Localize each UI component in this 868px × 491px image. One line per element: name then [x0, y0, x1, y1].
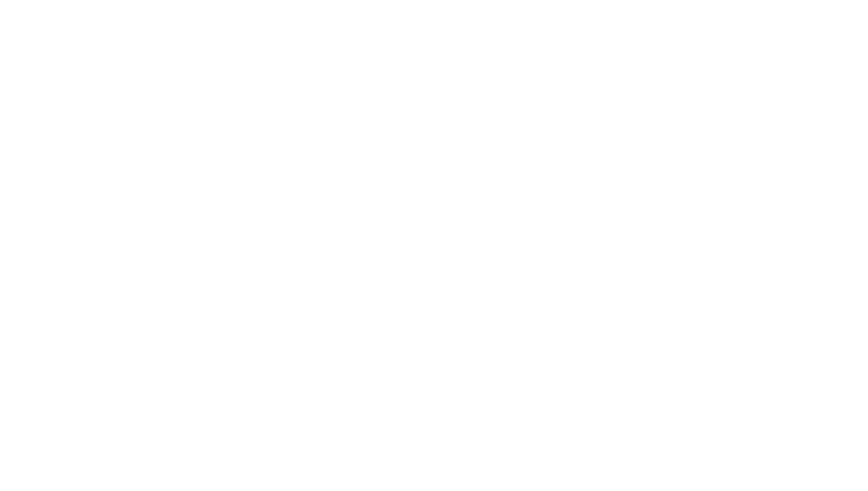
- workflow-canvas: [0, 0, 868, 491]
- connections-svg: [0, 0, 868, 491]
